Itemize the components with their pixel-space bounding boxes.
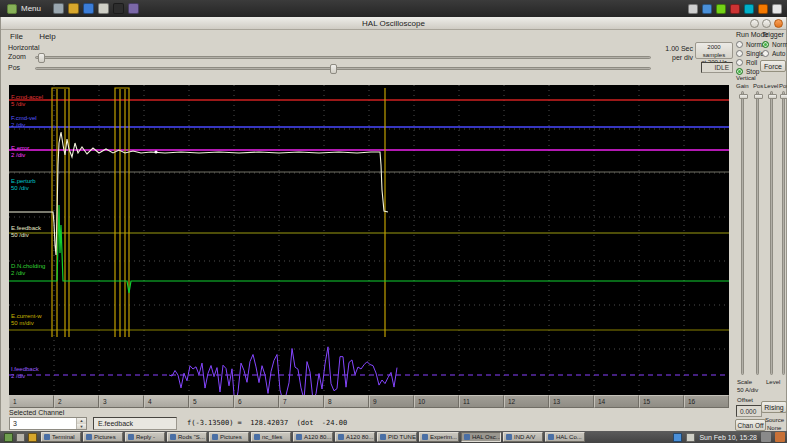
ruler-cell-1[interactable]: 1 xyxy=(9,395,54,408)
desktop: Menu HAL Oscilloscope xyxy=(0,0,787,443)
scope-area[interactable]: F.cmd-accel5 /divF.cmd-vel2 /divE.error2… xyxy=(9,85,729,395)
window-title: HAL Oscilloscope xyxy=(362,19,425,28)
taskbar-item[interactable]: Pictures xyxy=(209,432,249,442)
browser-icon[interactable] xyxy=(83,3,94,14)
taskbar-item[interactable]: A120 80... xyxy=(335,432,375,442)
taskbar-item[interactable]: Pictures xyxy=(83,432,123,442)
trigger-pos-slider-handle[interactable] xyxy=(780,94,787,99)
ruler-cell-5[interactable]: 5 xyxy=(189,395,234,408)
ruler-cell-2[interactable]: 2 xyxy=(54,395,99,408)
channel-name-field[interactable]: E.feedback xyxy=(93,417,177,430)
taskbar-item[interactable]: HAL Osc... xyxy=(461,432,501,442)
rising-button[interactable]: Rising xyxy=(761,401,787,413)
channel-label-3: E.error2 /div xyxy=(11,145,29,159)
level-slider[interactable] xyxy=(770,91,773,375)
taskbar-left-icons xyxy=(0,433,41,442)
tray-icon-7[interactable] xyxy=(772,4,782,14)
channel-scale: 2 /div xyxy=(11,270,45,277)
mail-icon[interactable] xyxy=(98,3,109,14)
ruler-cell-6[interactable]: 6 xyxy=(234,395,279,408)
pos-slider-handle[interactable] xyxy=(330,64,337,74)
ruler-cell-12[interactable]: 12 xyxy=(504,395,549,408)
trigger-pos-slider[interactable] xyxy=(782,91,785,375)
pos-slider[interactable] xyxy=(35,67,651,70)
vertical-pos-slider-handle[interactable] xyxy=(754,94,763,99)
taskbar-item[interactable]: HAL Co... xyxy=(545,432,585,442)
tray-icon-6[interactable] xyxy=(758,4,768,14)
force-button[interactable]: Force xyxy=(760,60,786,72)
tray-icon-4[interactable] xyxy=(730,4,740,14)
minimize-button[interactable] xyxy=(750,19,759,28)
channel-name: I.feedback xyxy=(11,366,39,373)
channel-name: F.cmd-accel xyxy=(11,94,43,101)
tray-icon-1[interactable] xyxy=(688,4,698,14)
scale-label: Scale xyxy=(737,379,752,385)
notification-icon[interactable] xyxy=(673,433,682,442)
radio-label: Stop xyxy=(746,68,759,75)
volume-icon[interactable] xyxy=(686,433,695,442)
ruler-cell-13[interactable]: 13 xyxy=(549,395,594,408)
zoom-slider-handle[interactable] xyxy=(38,53,45,63)
trash-corner-icon[interactable] xyxy=(775,432,785,442)
taskbar-item[interactable]: Rods "S... xyxy=(167,432,207,442)
window-icon xyxy=(422,434,428,440)
ruler-cell-7[interactable]: 7 xyxy=(279,395,324,408)
ruler-cell-9[interactable]: 9 xyxy=(369,395,414,408)
spinner-down-icon[interactable]: ▼ xyxy=(77,424,86,430)
ruler-cell-8[interactable]: 8 xyxy=(324,395,369,408)
ruler-cell-15[interactable]: 15 xyxy=(639,395,684,408)
radio-normal[interactable]: Normal xyxy=(762,40,787,49)
zoom-slider[interactable] xyxy=(35,56,651,59)
folder-icon[interactable] xyxy=(68,3,79,14)
ruler-cell-16[interactable]: 16 xyxy=(684,395,729,408)
channel-number-spinner[interactable]: 3 ▲ ▼ xyxy=(9,417,87,430)
chan-off-button[interactable]: Chan Off xyxy=(735,419,766,431)
gain-label: Gain xyxy=(736,83,749,89)
tray-icon-3[interactable] xyxy=(716,4,726,14)
offset-value[interactable]: 0.000 xyxy=(736,405,762,417)
taskbar-item[interactable]: nc_files xyxy=(251,432,291,442)
taskbar-item[interactable]: PID TUNE xyxy=(377,432,417,442)
current-burst-2 xyxy=(115,88,129,337)
tray-icon-5[interactable] xyxy=(744,4,754,14)
gain-slider[interactable] xyxy=(741,91,744,375)
window-icon xyxy=(338,434,344,440)
desktop-menu-button[interactable]: Menu xyxy=(0,0,48,17)
show-desktop-icon[interactable] xyxy=(16,433,25,442)
workspace-switcher-icon[interactable] xyxy=(761,432,771,442)
taskbar-item[interactable]: A120 80... xyxy=(293,432,333,442)
clock[interactable]: Sun Feb 10, 15:28 xyxy=(699,434,757,441)
terminal-icon[interactable] xyxy=(113,3,124,14)
menu-help[interactable]: Help xyxy=(32,30,62,41)
zoom-label: Zoom xyxy=(8,53,26,60)
taskbar-item[interactable]: Terminal xyxy=(41,432,81,442)
maximize-button[interactable] xyxy=(762,19,771,28)
window-icon xyxy=(170,434,176,440)
radio-dot xyxy=(736,68,743,75)
desktop-menu-label: Menu xyxy=(21,4,41,13)
taskbar-item[interactable]: Reply - xyxy=(125,432,165,442)
taskbar-item-label: Reply - xyxy=(136,434,155,440)
taskbar-menu-icon[interactable] xyxy=(4,433,13,442)
taskbar-item-label: nc_files xyxy=(262,434,282,440)
ruler-cell-10[interactable]: 10 xyxy=(414,395,459,408)
menu-file[interactable]: File xyxy=(3,30,30,41)
file-manager-icon[interactable] xyxy=(28,433,37,442)
taskbar-right: Sun Feb 10, 15:28 xyxy=(673,432,787,442)
titlebar[interactable]: HAL Oscilloscope xyxy=(1,17,786,30)
level-slider-handle[interactable] xyxy=(768,94,777,99)
tray-icon-2[interactable] xyxy=(702,4,712,14)
radio-auto[interactable]: Auto xyxy=(762,49,787,58)
current-burst-1 xyxy=(52,88,69,337)
taskbar-item[interactable]: Experim... xyxy=(419,432,459,442)
taskbar-item[interactable]: IND A/V xyxy=(503,432,543,442)
vertical-pos-slider[interactable] xyxy=(756,91,759,375)
ruler-cell-4[interactable]: 4 xyxy=(144,395,189,408)
editor-icon[interactable] xyxy=(128,3,139,14)
gain-slider-handle[interactable] xyxy=(739,94,748,99)
computer-icon[interactable] xyxy=(53,3,64,14)
ruler-cell-3[interactable]: 3 xyxy=(99,395,144,408)
close-button[interactable] xyxy=(774,19,783,28)
ruler-cell-11[interactable]: 11 xyxy=(459,395,504,408)
ruler-cell-14[interactable]: 14 xyxy=(594,395,639,408)
